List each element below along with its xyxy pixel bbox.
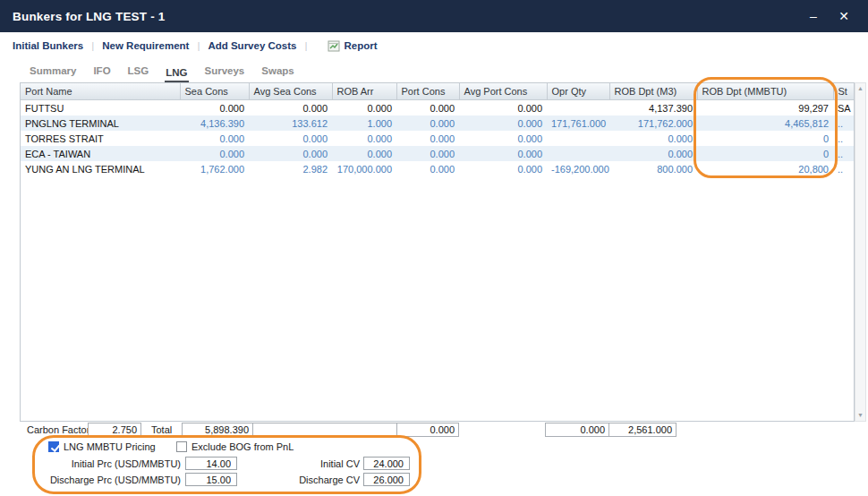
initial-cv-field[interactable] xyxy=(363,457,410,470)
titlebar: Bunkers for LNG TEST - 1 – ✕ xyxy=(0,0,868,32)
table-cell[interactable]: 0.000 xyxy=(609,131,697,146)
table-cell[interactable]: 4,465,812 xyxy=(697,115,833,131)
table-row: PNGLNG TERMINAL4,136.390133.6121.0000.00… xyxy=(21,115,854,131)
table-cell[interactable]: 0 xyxy=(697,146,833,161)
column-header[interactable]: St xyxy=(833,83,854,100)
minimize-button[interactable]: – xyxy=(798,0,829,32)
table-cell[interactable]: 0.000 xyxy=(459,115,547,131)
table-cell[interactable]: -169,200.000 xyxy=(547,161,609,176)
table-cell[interactable]: 1,762.000 xyxy=(180,161,249,176)
table-cell[interactable]: 0.000 xyxy=(396,100,459,116)
table-cell[interactable]: 171,762.000 xyxy=(609,115,697,131)
tab-swaps[interactable]: Swaps xyxy=(260,65,294,82)
close-button[interactable]: ✕ xyxy=(829,0,859,32)
table-cell[interactable]: 0.000 xyxy=(332,146,396,161)
toolbar: Initial Bunkers | New Requirement | Add … xyxy=(0,32,868,59)
table-cell[interactable]: .. xyxy=(833,161,854,176)
column-header[interactable]: Avg Port Cons xyxy=(459,83,547,100)
new-requirement-button[interactable]: New Requirement xyxy=(102,40,189,51)
table-cell[interactable]: 0.000 xyxy=(180,100,249,116)
tab-surveys[interactable]: Surveys xyxy=(204,65,246,82)
table-cell[interactable]: 0.000 xyxy=(332,131,396,146)
bunkers-grid: Port NameSea ConsAvg Sea ConsROB ArrPort… xyxy=(20,82,855,422)
tab-ifo[interactable]: IFO xyxy=(92,65,111,82)
report-icon xyxy=(328,40,340,52)
initial-cv-label: Initial CV xyxy=(260,458,360,469)
tab-summary[interactable]: Summary xyxy=(29,65,77,82)
table-cell[interactable]: 800.000 xyxy=(609,161,697,176)
table-cell[interactable]: FUTTSU xyxy=(21,100,180,116)
checkbox-icon[interactable] xyxy=(48,441,59,452)
table-cell[interactable]: PNGLNG TERMINAL xyxy=(21,115,180,131)
table-cell[interactable]: 1.000 xyxy=(332,115,396,131)
table-cell[interactable]: .. xyxy=(833,131,854,146)
table-row: FUTTSU0.0000.0000.0000.0000.0004,137.390… xyxy=(21,100,854,116)
table-cell[interactable] xyxy=(547,131,609,146)
discharge-prc-label: Discharge Prc (USD/MMBTU) xyxy=(36,475,181,485)
table-cell[interactable]: 171,761.000 xyxy=(547,115,609,131)
table-cell[interactable]: TORRES STRAIT xyxy=(21,131,180,146)
exclude-bog-checkbox[interactable]: Exclude BOG from PnL xyxy=(176,441,294,452)
table-cell[interactable]: 0.000 xyxy=(459,100,547,116)
column-header[interactable]: ROB Dpt (M3) xyxy=(609,83,697,100)
table-cell[interactable]: 0.000 xyxy=(459,146,547,161)
column-header[interactable]: Avg Sea Cons xyxy=(249,83,332,100)
totals-empty-box xyxy=(252,423,397,437)
table-header-row: Port NameSea ConsAvg Sea ConsROB ArrPort… xyxy=(21,83,854,100)
table-cell[interactable]: 0.000 xyxy=(609,146,697,161)
table-cell[interactable]: 0.000 xyxy=(249,100,332,116)
checkbox-icon[interactable] xyxy=(176,441,187,452)
carbon-factor-value[interactable]: 2.750 xyxy=(88,423,141,437)
initial-bunkers-button[interactable]: Initial Bunkers xyxy=(13,40,83,51)
table-cell[interactable]: 0.000 xyxy=(249,131,332,146)
column-header[interactable]: ROB Arr xyxy=(332,83,396,100)
table-cell[interactable]: YUNG AN LNG TERMINAL xyxy=(21,161,180,176)
exclude-bog-label: Exclude BOG from PnL xyxy=(191,441,294,452)
table-cell[interactable]: 4,136.390 xyxy=(180,115,249,131)
initial-prc-label: Initial Prc (USD/MMBTU) xyxy=(36,458,181,469)
tab-lsg[interactable]: LSG xyxy=(127,65,150,82)
lng-mmbtu-pricing-checkbox[interactable]: LNG MMBTU Pricing xyxy=(48,441,156,452)
scroll-down-icon[interactable]: ▼ xyxy=(855,410,865,421)
column-header[interactable]: Port Name xyxy=(21,83,180,100)
initial-prc-field[interactable] xyxy=(185,457,237,470)
column-header[interactable]: Sea Cons xyxy=(180,83,249,100)
column-header[interactable]: ROB Dpt (MMBTU) xyxy=(697,83,833,100)
scroll-up-icon[interactable]: ▲ xyxy=(855,83,865,94)
table-cell[interactable]: 0.000 xyxy=(459,131,547,146)
table-cell[interactable]: 133.612 xyxy=(249,115,332,131)
table-cell[interactable] xyxy=(547,100,609,116)
table-cell[interactable]: 0.000 xyxy=(180,131,249,146)
table-cell[interactable]: 0.000 xyxy=(396,131,459,146)
total-port-cons-value: 0.000 xyxy=(396,423,459,437)
table-cell[interactable]: 170,000.000 xyxy=(332,161,396,176)
add-survey-costs-button[interactable]: Add Survey Costs xyxy=(208,40,296,51)
table-cell[interactable]: ECA - TAIWAN xyxy=(21,146,180,161)
table-cell[interactable]: .. xyxy=(833,146,854,161)
table-cell[interactable]: 0.000 xyxy=(332,100,396,116)
table-cell[interactable]: 0.000 xyxy=(396,115,459,131)
vertical-scrollbar[interactable]: ▲ ▼ xyxy=(855,82,866,422)
column-header[interactable]: Port Cons xyxy=(396,83,459,100)
table-cell[interactable]: 0.000 xyxy=(180,146,249,161)
table-cell[interactable]: 0.000 xyxy=(249,146,332,161)
discharge-cv-label: Discharge CV xyxy=(260,475,360,485)
table-cell[interactable]: 0 xyxy=(697,131,833,146)
tab-bar: Summary IFO LSG LNG Surveys Swaps xyxy=(0,59,868,82)
table-cell[interactable] xyxy=(547,146,609,161)
table-cell[interactable]: 0.000 xyxy=(459,161,547,176)
table-cell[interactable]: 0.000 xyxy=(396,161,459,176)
discharge-prc-field[interactable] xyxy=(185,473,237,486)
table-cell[interactable]: SA xyxy=(833,100,854,116)
report-button[interactable]: Report xyxy=(328,40,377,52)
table-cell[interactable]: .. xyxy=(833,115,854,131)
column-header[interactable]: Opr Qty xyxy=(547,83,609,100)
table-cell[interactable]: 20,800 xyxy=(697,161,833,176)
table-cell[interactable]: 2.982 xyxy=(249,161,332,176)
table-cell[interactable]: 0.000 xyxy=(396,146,459,161)
table-cell[interactable]: 99,297 xyxy=(697,100,833,116)
toolbar-separator: | xyxy=(91,40,94,51)
discharge-cv-field[interactable] xyxy=(363,473,410,486)
tab-lng[interactable]: LNG xyxy=(165,67,188,82)
table-cell[interactable]: 4,137.390 xyxy=(609,100,697,116)
